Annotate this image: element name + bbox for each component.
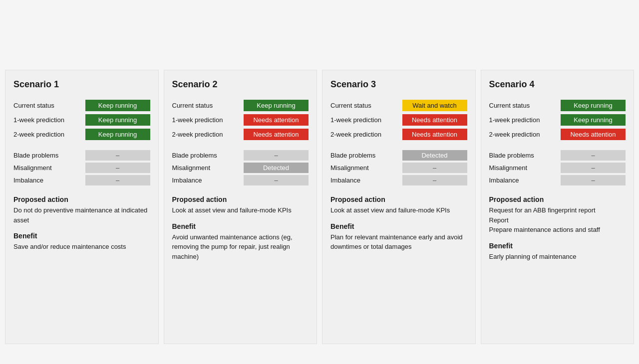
scenario-title: Scenario 3 xyxy=(330,79,467,90)
imbalance-label: Imbalance xyxy=(13,177,63,184)
week2-prediction-label: 2-week prediction xyxy=(172,131,232,138)
misalignment-value: – xyxy=(402,163,467,173)
benefit-text: Early planning of maintenance xyxy=(489,252,626,262)
problems-section: Blade problems Detected Misalignment – I… xyxy=(330,150,467,185)
blade-problems-row: Blade problems Detected xyxy=(330,150,467,161)
misalignment-row: Misalignment Detected xyxy=(172,163,309,173)
status-section: Current status Wait and watch 1-week pre… xyxy=(330,100,467,140)
blade-problems-value: – xyxy=(85,150,150,161)
week2-prediction-label: 2-week prediction xyxy=(330,131,390,138)
proposed-action-title: Proposed action xyxy=(172,195,309,203)
benefit-title: Benefit xyxy=(172,222,309,230)
current-status-label: Current status xyxy=(330,102,390,109)
week2-prediction-badge: Needs attention xyxy=(402,129,467,140)
current-status-badge: Keep running xyxy=(85,100,150,111)
status-section: Current status Keep running 1-week predi… xyxy=(489,100,626,140)
blade-problems-label: Blade problems xyxy=(172,152,222,159)
week1-prediction-label: 1-week prediction xyxy=(13,116,73,124)
blade-problems-row: Blade problems – xyxy=(489,150,626,161)
problems-section: Blade problems – Misalignment Detected I… xyxy=(172,150,309,185)
benefit-title: Benefit xyxy=(13,232,150,240)
misalignment-label: Misalignment xyxy=(172,164,222,172)
proposed-action-section: Proposed action Look at asset view and f… xyxy=(330,195,467,215)
week1-prediction-badge: Needs attention xyxy=(402,114,467,126)
week2-prediction-badge: Keep running xyxy=(85,129,150,140)
proposed-action-title: Proposed action xyxy=(330,195,467,203)
current-status-row: Current status Keep running xyxy=(172,100,309,111)
imbalance-value: – xyxy=(402,175,467,185)
imbalance-row: Imbalance – xyxy=(13,175,150,185)
blade-problems-label: Blade problems xyxy=(489,152,539,159)
week2-prediction-badge: Needs attention xyxy=(561,129,626,140)
current-status-row: Current status Wait and watch xyxy=(330,100,467,111)
scenario-1: Scenario 1 Current status Keep running 1… xyxy=(5,70,159,344)
misalignment-label: Misalignment xyxy=(13,164,63,172)
scenario-title: Scenario 2 xyxy=(172,79,309,90)
benefit-section: Benefit Avoid unwanted maintenance actio… xyxy=(172,222,309,262)
imbalance-row: Imbalance – xyxy=(172,175,309,185)
imbalance-row: Imbalance – xyxy=(489,175,626,185)
imbalance-label: Imbalance xyxy=(172,177,222,184)
benefit-text: Save and/or reduce maintenance costs xyxy=(13,242,150,252)
week1-prediction-row: 1-week prediction Needs attention xyxy=(172,114,309,126)
current-status-row: Current status Keep running xyxy=(489,100,626,111)
proposed-action-section: Proposed action Request for an ABB finge… xyxy=(489,195,626,235)
imbalance-value: – xyxy=(561,175,626,185)
week2-prediction-label: 2-week prediction xyxy=(489,131,549,138)
imbalance-value: – xyxy=(244,175,309,185)
proposed-action-text: Look at asset view and failure-mode KPIs xyxy=(172,205,309,215)
week1-prediction-badge: Needs attention xyxy=(244,114,309,126)
week2-prediction-badge: Needs attention xyxy=(244,129,309,140)
benefit-text: Plan for relevant maintenance early and … xyxy=(330,232,467,252)
misalignment-label: Misalignment xyxy=(330,164,380,172)
proposed-action-text: Do not do preventive maintenance at indi… xyxy=(13,205,150,225)
blade-problems-row: Blade problems – xyxy=(172,150,309,161)
week1-prediction-label: 1-week prediction xyxy=(172,116,232,124)
imbalance-label: Imbalance xyxy=(330,177,380,184)
week2-prediction-row: 2-week prediction Needs attention xyxy=(330,129,467,140)
scenario-3: Scenario 3 Current status Wait and watch… xyxy=(322,70,476,344)
benefit-text: Avoid unwanted maintenance actions (eg, … xyxy=(172,232,309,262)
current-status-badge: Wait and watch xyxy=(402,100,467,111)
week1-prediction-badge: Keep running xyxy=(561,114,626,126)
scenario-4: Scenario 4 Current status Keep running 1… xyxy=(481,70,635,344)
misalignment-row: Misalignment – xyxy=(13,163,150,173)
page: Scenario 1 Current status Keep running 1… xyxy=(0,0,639,364)
week1-prediction-label: 1-week prediction xyxy=(330,116,390,124)
misalignment-label: Misalignment xyxy=(489,164,539,172)
current-status-badge: Keep running xyxy=(561,100,626,111)
benefit-title: Benefit xyxy=(330,222,467,230)
week1-prediction-row: 1-week prediction Keep running xyxy=(489,114,626,126)
proposed-action-title: Proposed action xyxy=(13,195,150,203)
misalignment-value: Detected xyxy=(244,163,309,173)
scenario-2: Scenario 2 Current status Keep running 1… xyxy=(164,70,318,344)
blade-problems-value: – xyxy=(244,150,309,161)
current-status-label: Current status xyxy=(172,102,232,109)
blade-problems-value: Detected xyxy=(402,150,467,161)
problems-section: Blade problems – Misalignment – Imbalanc… xyxy=(13,150,150,185)
week1-prediction-row: 1-week prediction Needs attention xyxy=(330,114,467,126)
benefit-section: Benefit Save and/or reduce maintenance c… xyxy=(13,232,150,252)
week2-prediction-label: 2-week prediction xyxy=(13,131,73,138)
misalignment-value: – xyxy=(561,163,626,173)
proposed-action-title: Proposed action xyxy=(489,195,626,203)
current-status-label: Current status xyxy=(13,102,73,109)
problems-section: Blade problems – Misalignment – Imbalanc… xyxy=(489,150,626,185)
proposed-action-text: Look at asset view and failure-mode KPIs xyxy=(330,205,467,215)
proposed-action-text: Request for an ABB fingerprint report Re… xyxy=(489,205,626,235)
current-status-badge: Keep running xyxy=(244,100,309,111)
blade-problems-label: Blade problems xyxy=(330,152,380,159)
proposed-action-section: Proposed action Do not do preventive mai… xyxy=(13,195,150,225)
week2-prediction-row: 2-week prediction Needs attention xyxy=(172,129,309,140)
imbalance-label: Imbalance xyxy=(489,177,539,184)
week2-prediction-row: 2-week prediction Keep running xyxy=(13,129,150,140)
week2-prediction-row: 2-week prediction Needs attention xyxy=(489,129,626,140)
blade-problems-value: – xyxy=(561,150,626,161)
status-section: Current status Keep running 1-week predi… xyxy=(172,100,309,140)
blade-problems-label: Blade problems xyxy=(13,152,63,159)
blade-problems-row: Blade problems – xyxy=(13,150,150,161)
misalignment-row: Misalignment – xyxy=(330,163,467,173)
imbalance-value: – xyxy=(85,175,150,185)
scenario-title: Scenario 4 xyxy=(489,79,626,90)
benefit-section: Benefit Early planning of maintenance xyxy=(489,242,626,262)
